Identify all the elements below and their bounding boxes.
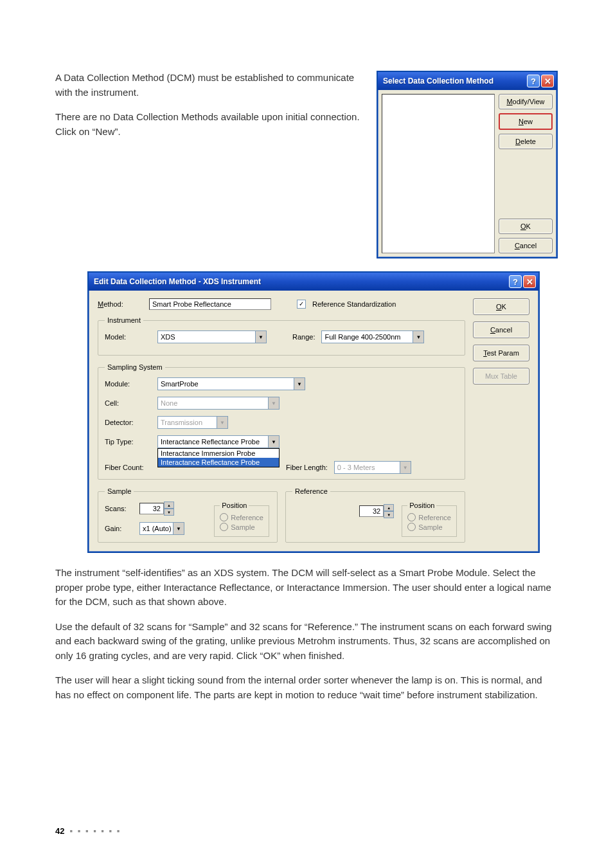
close-icon[interactable]: ✕ [541,75,554,87]
modify-view-button[interactable]: Modify/View [499,94,553,109]
detector-label: Detector: [105,419,151,426]
tip-type-select[interactable]: Interactance Reflectance Probe▼ [157,435,280,448]
spin-up-icon[interactable]: ▲ [164,502,174,509]
chevron-down-icon: ▼ [173,523,184,534]
body-p1: The instrument “self-identifies” as an X… [55,566,558,610]
edit-dcm-dialog: Edit Data Collection Method - XDS Instru… [87,271,540,553]
sample-legend: Sample [105,487,134,495]
model-label: Model: [105,333,151,341]
sampling-legend: Sampling System [105,363,165,371]
help-icon[interactable]: ? [509,275,522,288]
ref-std-checkbox[interactable]: ✓ [297,300,306,309]
chevron-down-icon: ▼ [217,417,227,428]
delete-button[interactable]: Delete [499,134,553,149]
instrument-group: Instrument Model: XDS▼ Range: Full Range… [98,316,465,356]
reference-position-group: Position Reference Sample [402,502,457,537]
close-icon[interactable]: ✕ [523,275,536,288]
sampling-group: Sampling System Module: SmartProbe▼ Cell… [98,363,465,480]
cell-label: Cell: [105,399,151,407]
spin-down-icon[interactable]: ▼ [164,509,174,516]
test-param-button[interactable]: Test Param [473,345,529,361]
tip-option-reflectance[interactable]: Interactance Reflectance Probe [158,458,279,467]
module-select[interactable]: SmartProbe▼ [157,377,305,390]
sample-pos-reference-radio: Reference [220,513,263,521]
ref-std-label: Reference Standardization [312,300,396,308]
spin-down-icon[interactable]: ▼ [384,511,394,518]
detector-select: Transmission▼ [157,416,228,429]
mux-table-button: Mux Table [473,368,529,384]
reference-group: Reference ▲▼ Position Reference [285,487,465,543]
help-icon[interactable]: ? [527,75,540,87]
chevron-down-icon: ▼ [268,436,279,448]
page-number: 42 [55,826,64,836]
fiber-count-label: Fiber Count: [105,464,151,471]
method-label: Method: [98,300,143,308]
cancel-button[interactable]: Cancel [499,238,553,253]
ok-button[interactable]: OK [499,219,553,234]
model-select[interactable]: XDS▼ [157,330,267,343]
fiber-length-select: 0 - 3 Meters▼ [334,461,411,474]
tip-type-options[interactable]: Interactance Immersion Probe Interactanc… [157,448,280,467]
reference-legend: Reference [292,487,330,495]
select-dcm-title: Select Data Collection Method [383,77,493,86]
gain-select[interactable]: x1 (Auto)▼ [139,522,184,535]
chevron-down-icon: ▼ [413,331,423,343]
ok-button[interactable]: OK [473,298,529,315]
module-label: Module: [105,380,151,388]
spin-up-icon[interactable]: ▲ [384,504,394,511]
gain-label: Gain: [105,525,133,532]
chevron-down-icon: ▼ [294,378,305,390]
tip-option-immersion[interactable]: Interactance Immersion Probe [158,449,279,458]
new-button[interactable]: New [499,113,553,130]
footer-dots: ▪ ▪ ▪ ▪ ▪ ▪ ▪ [69,826,121,836]
sample-group: Sample Scans: ▲▼ [98,487,278,543]
fiber-length-label: Fiber Length: [286,464,328,471]
intro-p2: There are no Data Collection Methods ava… [55,110,365,139]
dcm-listbox[interactable] [382,94,495,253]
method-input[interactable]: Smart Probe Reflectance [149,298,271,310]
chevron-down-icon: ▼ [400,462,411,473]
chevron-down-icon: ▼ [255,331,266,343]
body-p3: The user will hear a slight ticking soun… [55,673,558,702]
select-dcm-dialog: Select Data Collection Method ? ✕ Modify… [377,71,558,258]
range-select[interactable]: Full Range 400-2500nm▼ [321,330,424,343]
ref-pos-sample-radio: Sample [407,523,451,531]
cell-select: None▼ [157,397,280,410]
page-footer: 42 ▪ ▪ ▪ ▪ ▪ ▪ ▪ [55,826,121,836]
sample-position-group: Position Reference Sample [214,502,269,537]
sample-pos-sample-radio: Sample [220,523,263,531]
sample-scans-input[interactable]: ▲▼ [139,502,174,516]
edit-dcm-title: Edit Data Collection Method - XDS Instru… [94,277,261,286]
range-label: Range: [292,333,315,341]
cancel-button[interactable]: Cancel [473,321,529,338]
reference-scans-input[interactable]: ▲▼ [359,504,394,518]
instrument-legend: Instrument [105,316,143,324]
scans-label: Scans: [105,505,133,512]
intro-p1: A Data Collection Method (DCM) must be e… [55,71,365,100]
ref-pos-reference-radio: Reference [407,513,451,521]
chevron-down-icon: ▼ [268,397,279,409]
tip-type-label: Tip Type: [105,438,151,446]
body-p2: Use the default of 32 scans for “Sample”… [55,620,558,664]
